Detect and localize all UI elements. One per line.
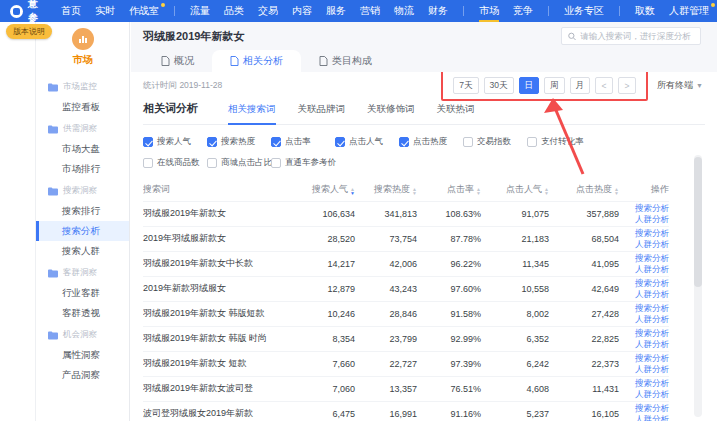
action-link-人群分析[interactable]: 人群分析 [619, 289, 669, 300]
nav-item-实时[interactable]: 实时 [88, 0, 122, 22]
column-header-点击热度[interactable]: 点击热度▲▼ [549, 179, 619, 201]
column-header-搜索热度[interactable]: 搜索热度▲▼ [355, 179, 417, 201]
nav-item-内容[interactable]: 内容 [285, 0, 319, 22]
sort-desc-icon[interactable]: ▼ [350, 191, 355, 195]
sidebar-item-搜索排行[interactable]: 搜索排行 [36, 201, 129, 221]
period-button-月[interactable]: 月 [570, 77, 591, 94]
nav-item-营销[interactable]: 营销 [353, 0, 387, 22]
checkbox-checked[interactable] [207, 137, 217, 147]
sort-icons[interactable]: ▲▼ [350, 187, 355, 195]
nav-item-首页[interactable]: 首页 [54, 0, 88, 22]
action-link-人群分析[interactable]: 人群分析 [619, 214, 669, 225]
version-badge[interactable]: 版本说明 [6, 24, 52, 39]
metric-交易指数[interactable]: 交易指数 [463, 136, 527, 148]
checkbox-checked[interactable] [143, 137, 153, 147]
sidebar-item-行业客群[interactable]: 行业客群 [36, 283, 129, 303]
action-link-搜索分析[interactable]: 搜索分析 [619, 278, 669, 289]
sort-desc-icon[interactable]: ▼ [614, 191, 619, 195]
scrollbar-thumb[interactable] [694, 157, 702, 287]
nav-item-服务[interactable]: 服务 [319, 0, 353, 22]
action-link-人群分析[interactable]: 人群分析 [619, 364, 669, 375]
sort-icons[interactable]: ▲▼ [412, 187, 417, 195]
metric-搜索热度[interactable]: 搜索热度 [207, 136, 271, 148]
sidebar-item-市场排行[interactable]: 市场排行 [36, 159, 129, 179]
period-button-周[interactable]: 周 [544, 77, 565, 94]
nav-item-市场[interactable]: 市场 [472, 0, 506, 22]
sidebar-item-监控看板[interactable]: 监控看板 [36, 97, 129, 117]
action-link-人群分析[interactable]: 人群分析 [619, 389, 669, 400]
action-link-搜索分析[interactable]: 搜索分析 [619, 353, 669, 364]
nav-item-竞争[interactable]: 竞争 [506, 0, 540, 22]
column-header-点击人气[interactable]: 点击人气▲▼ [481, 179, 549, 201]
checkbox-unchecked[interactable] [143, 158, 153, 168]
action-link-搜索分析[interactable]: 搜索分析 [619, 378, 669, 389]
action-link-人群分析[interactable]: 人群分析 [619, 264, 669, 275]
tab-类目构成[interactable]: 类目构成 [301, 50, 390, 72]
checkbox-checked[interactable] [335, 137, 345, 147]
action-link-搜索分析[interactable]: 搜索分析 [619, 203, 669, 214]
sidebar-item-客群透视[interactable]: 客群透视 [36, 303, 129, 323]
metric-点击率[interactable]: 点击率 [271, 136, 335, 148]
action-link-人群分析[interactable]: 人群分析 [619, 314, 669, 325]
nav-item-物流[interactable]: 物流 [387, 0, 421, 22]
sort-icons[interactable]: ▲▼ [476, 187, 481, 195]
sort-desc-icon[interactable]: ▼ [412, 191, 417, 195]
sidebar-item-搜索分析[interactable]: 搜索分析 [36, 221, 129, 241]
checkbox-checked[interactable] [271, 137, 281, 147]
nav-item-品类[interactable]: 品类 [217, 0, 251, 22]
sidebar-item-属性洞察[interactable]: 属性洞察 [36, 345, 129, 365]
cell-value-1: 16,991 [355, 401, 417, 421]
search-input[interactable] [580, 31, 694, 41]
tab-相关分析[interactable]: 相关分析 [212, 50, 301, 72]
sidebar-item-市场大盘[interactable]: 市场大盘 [36, 139, 129, 159]
action-link-人群分析[interactable]: 人群分析 [619, 239, 669, 250]
nav-item-流量[interactable]: 流量 [183, 0, 217, 22]
metric-支付转化率[interactable]: 支付转化率 [527, 136, 591, 148]
action-link-搜索分析[interactable]: 搜索分析 [619, 403, 669, 414]
prev-period-button[interactable]: < [595, 77, 613, 94]
subtab-关联品牌词[interactable]: 关联品牌词 [298, 103, 346, 125]
nav-item-作战室[interactable]: 作战室 [122, 0, 166, 22]
action-link-人群分析[interactable]: 人群分析 [619, 339, 669, 350]
metric-在线商品数[interactable]: 在线商品数 [143, 157, 207, 169]
checkbox-unchecked[interactable] [463, 137, 473, 147]
subtab-关联热词[interactable]: 关联热词 [437, 103, 475, 125]
metric-点击热度[interactable]: 点击热度 [399, 136, 463, 148]
next-period-button[interactable]: > [618, 77, 636, 94]
sort-icons[interactable]: ▲▼ [544, 187, 549, 195]
action-link-搜索分析[interactable]: 搜索分析 [619, 328, 669, 339]
table-row: 羽绒服2019年新款女 短款7,66022,72797.39%6,24222,3… [143, 351, 669, 376]
nav-item-取数[interactable]: 取数 [628, 0, 662, 22]
metric-直通车参考价[interactable]: 直通车参考价 [271, 157, 335, 169]
tab-概况[interactable]: 概况 [143, 50, 212, 72]
checkbox-unchecked[interactable] [207, 158, 217, 168]
sort-desc-icon[interactable]: ▼ [544, 191, 549, 195]
sidebar-item-产品洞察[interactable]: 产品洞察 [36, 365, 129, 385]
action-link-搜索分析[interactable]: 搜索分析 [619, 228, 669, 239]
sort-desc-icon[interactable]: ▼ [476, 191, 481, 195]
nav-item-财务[interactable]: 财务 [421, 0, 455, 22]
checkbox-checked[interactable] [399, 137, 409, 147]
checkbox-unchecked[interactable] [271, 158, 281, 168]
column-header-点击率[interactable]: 点击率▲▼ [417, 179, 481, 201]
subtab-关联修饰词[interactable]: 关联修饰词 [367, 103, 415, 125]
terminal-filter[interactable]: 所有终端 ▼ [657, 79, 703, 92]
subtab-相关搜索词[interactable]: 相关搜索词 [228, 103, 276, 125]
metric-搜索人气[interactable]: 搜索人气 [143, 136, 207, 148]
nav-item-交易[interactable]: 交易 [251, 0, 285, 22]
period-button-30天[interactable]: 30天 [484, 77, 514, 94]
period-button-日[interactable]: 日 [519, 77, 540, 94]
period-button-7天[interactable]: 7天 [453, 77, 478, 94]
metric-点击人气[interactable]: 点击人气 [335, 136, 399, 148]
metric-商城点击占比[interactable]: 商城点击占比 [207, 157, 271, 169]
scrollbar-track[interactable] [694, 155, 702, 417]
sort-icons[interactable]: ▲▼ [614, 187, 619, 195]
column-header-搜索人气[interactable]: 搜索人气▲▼ [293, 179, 355, 201]
nav-item-人群管理[interactable]: 人群管理 [662, 0, 716, 22]
nav-item-业务专区[interactable]: 业务专区 [557, 0, 611, 22]
action-link-搜索分析[interactable]: 搜索分析 [619, 303, 669, 314]
checkbox-unchecked[interactable] [527, 137, 537, 147]
action-link-人群分析[interactable]: 人群分析 [619, 414, 669, 421]
action-link-搜索分析[interactable]: 搜索分析 [619, 253, 669, 264]
sidebar-item-搜索人群[interactable]: 搜索人群 [36, 241, 129, 261]
